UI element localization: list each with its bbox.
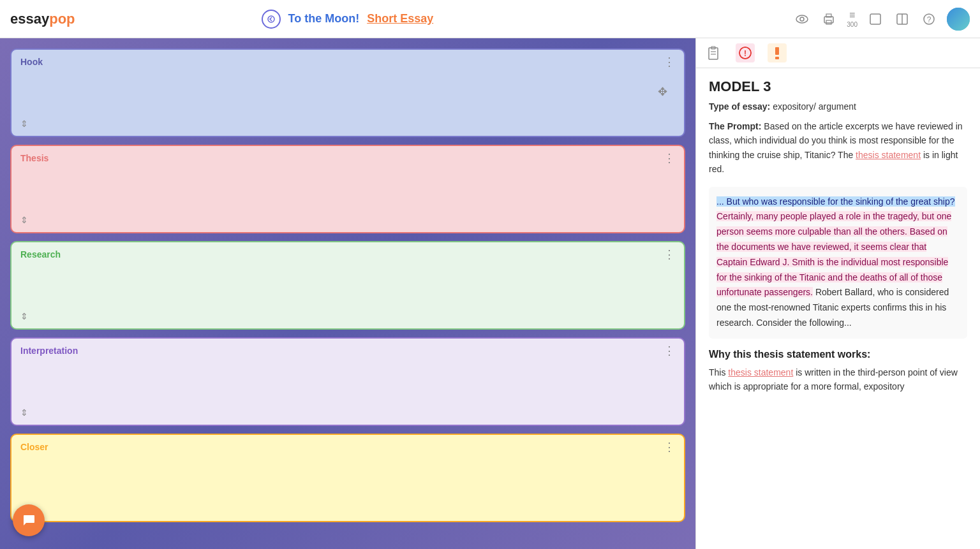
essay-blue-text: ... But who was responsible for the sink…: [716, 196, 955, 207]
why-thesis-link: thesis statement: [728, 367, 793, 377]
svg-point-0: [268, 16, 274, 22]
layout-split-icon[interactable]: [893, 10, 911, 28]
svg-text:!: !: [744, 49, 746, 58]
hook-move-icon[interactable]: ✥: [658, 85, 667, 99]
header-icons: ≡ 300 ?: [793, 8, 970, 31]
prompt-section: The Prompt: Based on the article excerpt…: [709, 119, 967, 177]
nav-essay-link[interactable]: Short Essay: [367, 12, 433, 26]
closer-section: Closer ⋮ ⇕: [10, 434, 685, 522]
thesis-label: Thesis: [20, 153, 48, 163]
help-icon[interactable]: ?: [920, 10, 938, 28]
hook-label: Hook: [20, 57, 43, 67]
exclaim-icon[interactable]: [768, 43, 787, 62]
thesis-section: Thesis ⋮ ⇕: [10, 145, 685, 233]
svg-point-1: [796, 15, 808, 23]
avatar[interactable]: [947, 8, 970, 31]
word-count-line1: ≡: [849, 10, 855, 21]
logo-essay-text: essay: [10, 11, 49, 27]
closer-body[interactable]: [20, 458, 675, 496]
chat-button[interactable]: [13, 504, 45, 536]
logo: essaypop: [10, 11, 75, 27]
closer-label: Closer: [20, 442, 48, 452]
right-toolbar: !: [696, 38, 980, 68]
interpretation-label: Interpretation: [20, 346, 78, 356]
essay-text-block: ... But who was responsible for the sink…: [709, 187, 967, 339]
svg-rect-20: [775, 57, 779, 59]
layout-single-icon[interactable]: [866, 10, 884, 28]
prompt-thesis-highlight: thesis statement: [856, 150, 921, 160]
interpretation-menu-button[interactable]: ⋮: [664, 345, 675, 356]
logo-pop-text: pop: [49, 11, 75, 27]
hook-section: Hook ⋮ ✥ ⇕: [10, 48, 685, 137]
model-title: MODEL 3: [709, 78, 967, 95]
word-count[interactable]: ≡ 300: [847, 10, 858, 28]
type-line: Type of essay: expository/ argument: [709, 101, 967, 112]
interpretation-expand-icon[interactable]: ⇕: [20, 407, 28, 418]
header-nav: To the Moon! Short Essay: [262, 10, 434, 29]
interpretation-body[interactable]: [20, 362, 675, 400]
svg-text:?: ?: [927, 15, 932, 24]
svg-point-2: [800, 17, 804, 21]
svg-rect-19: [775, 47, 779, 55]
prompt-label: The Prompt:: [709, 121, 761, 131]
thesis-menu-button[interactable]: ⋮: [664, 152, 675, 164]
hook-expand-icon[interactable]: ⇕: [20, 119, 28, 129]
svg-rect-6: [870, 14, 880, 24]
research-body[interactable]: [20, 265, 675, 304]
essay-pink-text: Certainly, many people played a role in …: [716, 211, 951, 297]
thesis-body[interactable]: [20, 169, 675, 207]
research-label: Research: [20, 249, 61, 260]
eye-icon[interactable]: [793, 10, 811, 28]
word-count-number: 300: [847, 21, 858, 28]
back-button[interactable]: [262, 10, 281, 29]
type-value: expository/ argument: [773, 101, 856, 112]
left-panel: Hook ⋮ ✥ ⇕ Thesis ⋮ ⇕ Research: [0, 38, 695, 549]
svg-rect-12: [709, 48, 718, 59]
research-section: Research ⋮ ⇕: [10, 241, 685, 330]
alert-circle-icon[interactable]: !: [736, 43, 755, 62]
research-expand-icon[interactable]: ⇕: [20, 311, 28, 321]
right-content: MODEL 3 Type of essay: expository/ argum…: [696, 68, 980, 549]
why-title: Why this thesis statement works:: [709, 349, 967, 360]
clipboard-icon[interactable]: [704, 43, 723, 62]
why-text-block: This thesis statement is written in the …: [709, 365, 967, 394]
interpretation-section: Interpretation ⋮ ⇕: [10, 337, 685, 426]
right-panel: ! MODEL 3 Type of essay: expository/ arg…: [695, 38, 980, 549]
main: Hook ⋮ ✥ ⇕ Thesis ⋮ ⇕ Research: [0, 38, 980, 549]
thesis-expand-icon[interactable]: ⇕: [20, 215, 28, 225]
why-text-1: This: [709, 367, 728, 377]
print-icon[interactable]: [820, 10, 838, 28]
closer-menu-button[interactable]: ⋮: [664, 441, 675, 453]
svg-rect-11: [947, 8, 970, 31]
hook-menu-button[interactable]: ⋮: [664, 56, 675, 68]
research-menu-button[interactable]: ⋮: [664, 249, 675, 260]
header: essaypop To the Moon! Short Essay ≡ 300 …: [0, 0, 980, 38]
hook-body[interactable]: ✥: [20, 73, 675, 111]
svg-rect-5: [826, 20, 831, 24]
nav-moon-link[interactable]: To the Moon!: [288, 12, 360, 26]
type-label: Type of essay:: [709, 101, 770, 112]
